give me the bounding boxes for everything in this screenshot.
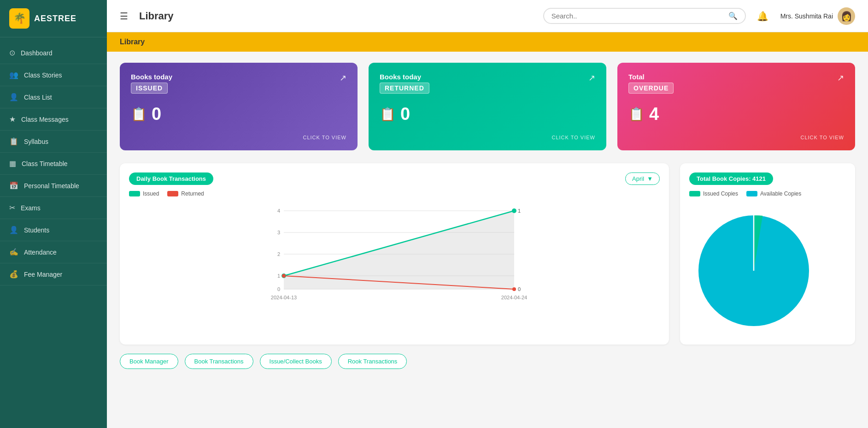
line-chart-wrap: 4 3 2 1 0 (129, 202, 660, 305)
issued-external-icon[interactable]: ↗ (340, 73, 346, 83)
stat-card-overdue[interactable]: Total OVERDUE ↗ 📋 4 CLICK TO VIEW (617, 63, 855, 150)
breadcrumb: Library (107, 32, 868, 52)
fee-manager-icon: 💰 (9, 270, 18, 279)
exams-icon: ✂ (9, 203, 15, 212)
stat-card-issued[interactable]: Books today ISSUED ↗ 📋 0 CLICK TO VIEW (120, 63, 358, 150)
sidebar-item-label: Class Messages (21, 116, 69, 123)
sidebar-item-class-stories[interactable]: 👥 Class Stories (0, 64, 107, 86)
user-info: Mrs. Sushmita Rai 👩 (780, 7, 855, 25)
header: ☰ Library 🔍 🔔 Mrs. Sushmita Rai 👩 (107, 0, 868, 32)
sidebar-item-label: Exams (21, 204, 41, 212)
svg-point-16 (282, 274, 286, 278)
sidebar-item-dashboard[interactable]: ⊙ Dashboard (0, 42, 107, 64)
pie-chart-wrap (689, 206, 818, 335)
svg-text:2024-04-24: 2024-04-24 (501, 295, 527, 300)
sidebar-item-label: Class Stories (24, 71, 62, 79)
logo-icon: 🌴 (9, 8, 29, 29)
issued-footer[interactable]: CLICK TO VIEW (131, 135, 346, 140)
overdue-external-icon[interactable]: ↗ (837, 73, 844, 83)
main-content: ☰ Library 🔍 🔔 Mrs. Sushmita Rai 👩 Librar… (107, 0, 868, 428)
month-label: April (632, 175, 644, 182)
overdue-book-icon: 📋 (628, 107, 645, 122)
pie-issued-label: Issued Copies (703, 190, 738, 197)
sidebar-nav: ⊙ Dashboard 👥 Class Stories 👤 Class List… (0, 37, 107, 290)
pie-chart-card: Total Book Copies: 4121 Issued Copies Av… (680, 163, 855, 345)
pie-chart-svg (689, 206, 818, 335)
sidebar-item-class-messages[interactable]: ★ Class Messages (0, 108, 107, 131)
chevron-down-icon: ▼ (647, 175, 653, 182)
sidebar-item-label: Attendance (24, 249, 57, 256)
issued-top-label: Books today (131, 73, 172, 81)
returned-value-row: 📋 0 (380, 104, 595, 124)
tab-book-transactions[interactable]: Book Transactions (185, 354, 253, 369)
sidebar-item-class-timetable[interactable]: ▦ Class Timetable (0, 153, 107, 175)
returned-footer[interactable]: CLICK TO VIEW (380, 135, 595, 140)
sidebar-item-class-list[interactable]: 👤 Class List (0, 86, 107, 108)
hamburger-icon[interactable]: ☰ (120, 11, 128, 22)
search-button[interactable]: 🔍 (728, 12, 738, 20)
class-stories-icon: 👥 (9, 71, 18, 79)
sidebar-item-label: Fee Manager (24, 271, 62, 278)
pie-issued-color (689, 191, 700, 196)
pie-legend-available: Available Copies (746, 190, 801, 197)
stat-card-returned[interactable]: Books today RETURNED ↗ 📋 0 CLICK TO VIEW (369, 63, 606, 150)
dashboard-icon: ⊙ (9, 48, 15, 57)
overdue-top-label: Total (628, 73, 674, 81)
svg-text:4: 4 (277, 208, 280, 214)
pie-available-color (746, 191, 757, 196)
legend-returned: Returned (167, 190, 204, 197)
svg-point-17 (512, 287, 516, 291)
avatar: 👩 (838, 7, 855, 25)
sidebar-item-attendance[interactable]: ✍ Attendance (0, 241, 107, 263)
issued-badge: ISSUED (131, 83, 168, 94)
attendance-icon: ✍ (9, 248, 18, 256)
issued-book-icon: 📋 (131, 107, 147, 122)
chart-legend: Issued Returned (129, 190, 660, 197)
tab-issue-collect-books[interactable]: Issue/Collect Books (260, 354, 332, 369)
svg-text:0: 0 (518, 286, 521, 292)
tab-rook-transactions[interactable]: Rook Transactions (338, 354, 407, 369)
search-input[interactable] (551, 12, 728, 20)
overdue-value: 4 (649, 104, 659, 124)
svg-text:1: 1 (277, 273, 280, 279)
bottom-tabs-row: Book Manager Book Transactions Issue/Col… (120, 354, 855, 369)
syllabus-icon: 📋 (9, 137, 18, 146)
legend-returned-label: Returned (181, 190, 204, 197)
svg-point-14 (512, 208, 516, 213)
issued-value-row: 📋 0 (131, 104, 346, 124)
legend-issued: Issued (129, 190, 159, 197)
charts-row: Daily Book Transactions April ▼ Issued R… (120, 163, 855, 345)
page-title: Library (139, 10, 536, 22)
class-messages-icon: ★ (9, 115, 16, 124)
returned-top-label: Books today (380, 73, 429, 81)
returned-external-icon[interactable]: ↗ (588, 73, 595, 83)
svg-text:3: 3 (277, 230, 280, 235)
search-bar: 🔍 (543, 8, 746, 24)
pie-legend-issued: Issued Copies (689, 190, 738, 197)
month-selector[interactable]: April ▼ (625, 172, 660, 185)
logo-emoji: 🌴 (13, 12, 26, 24)
returned-badge: RETURNED (380, 83, 429, 94)
sidebar-item-students[interactable]: 👤 Students (0, 219, 107, 241)
class-list-icon: 👤 (9, 93, 18, 101)
sidebar-item-fee-manager[interactable]: 💰 Fee Manager (0, 263, 107, 285)
overdue-footer[interactable]: CLICK TO VIEW (628, 135, 844, 140)
svg-text:0: 0 (277, 286, 280, 292)
sidebar-item-syllabus[interactable]: 📋 Syllabus (0, 131, 107, 153)
sidebar-item-exams[interactable]: ✂ Exams (0, 197, 107, 219)
sidebar-item-label: Personal Timetable (24, 182, 79, 190)
sidebar-item-label: Class Timetable (22, 160, 68, 167)
pie-available-label: Available Copies (760, 190, 801, 197)
tab-book-manager[interactable]: Book Manager (120, 354, 178, 369)
overdue-value-row: 📋 4 (628, 104, 844, 124)
notification-bell-icon[interactable]: 🔔 (757, 11, 768, 22)
sidebar-item-label: Syllabus (24, 138, 48, 145)
returned-book-icon: 📋 (380, 107, 396, 122)
sidebar-logo: 🌴 AESTREE (0, 0, 107, 37)
students-icon: 👤 (9, 226, 18, 234)
app-name: AESTREE (34, 14, 76, 24)
sidebar-item-personal-timetable[interactable]: 📅 Personal Timetable (0, 175, 107, 197)
svg-text:1: 1 (518, 208, 521, 214)
class-timetable-icon: ▦ (9, 159, 16, 168)
returned-legend-color (167, 191, 178, 196)
